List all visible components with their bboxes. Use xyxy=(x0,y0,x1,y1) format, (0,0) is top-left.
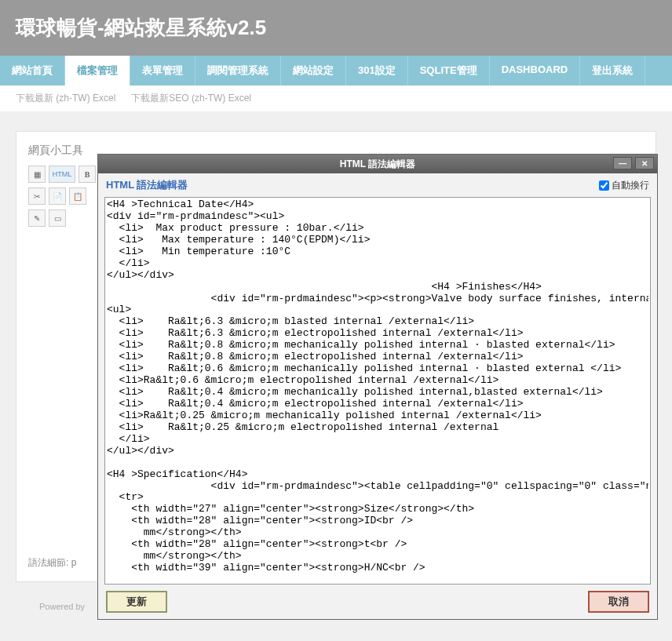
main-nav: 網站首頁 檔案管理 表單管理 調閱管理系統 網站設定 301設定 SQLITE管… xyxy=(0,56,672,86)
minimize-button[interactable]: — xyxy=(613,157,632,169)
nav-home[interactable]: 網站首頁 xyxy=(0,56,65,86)
subnav-download-seo-excel[interactable]: 下載最新SEO (zh-TW) Excel xyxy=(131,92,251,105)
close-button[interactable]: ✕ xyxy=(635,157,654,169)
edit-icon[interactable]: ✎ xyxy=(28,209,46,227)
copy-icon[interactable]: 📄 xyxy=(49,188,66,205)
html-editor-dialog: HTML 語法編輯器 — ✕ HTML 語法編輯器 自動換行 更新 取消 xyxy=(97,154,658,620)
dialog-subheader: HTML 語法編輯器 自動換行 xyxy=(98,173,657,197)
app-title: 環球暢貨-網站救星系統v2.5 xyxy=(16,14,656,42)
nav-query-manage[interactable]: 調閱管理系統 xyxy=(195,56,281,86)
dialog-subtitle: HTML 語法編輯器 xyxy=(106,178,188,192)
auto-wrap-label: 自動換行 xyxy=(612,179,649,192)
app-header: 環球暢貨-網站救星系統v2.5 xyxy=(0,0,672,56)
subnav-download-excel[interactable]: 下載最新 (zh-TW) Excel xyxy=(16,92,115,105)
dialog-footer: 更新 取消 xyxy=(98,585,657,619)
item-icon[interactable]: ▭ xyxy=(49,209,66,227)
nav-site-settings[interactable]: 網站設定 xyxy=(281,56,346,86)
nav-dashboard[interactable]: DASHBOARD xyxy=(490,56,581,86)
sub-nav: 下載最新 (zh-TW) Excel 下載最新SEO (zh-TW) Excel xyxy=(0,86,672,111)
nav-file-manage[interactable]: 檔案管理 xyxy=(65,56,130,86)
nav-sqlite-manage[interactable]: SQLITE管理 xyxy=(408,56,490,86)
source-icon[interactable]: ▦ xyxy=(28,166,46,183)
paste-icon[interactable]: 📋 xyxy=(69,188,86,205)
nav-logout[interactable]: 登出系統 xyxy=(580,56,645,86)
nav-301-settings[interactable]: 301設定 xyxy=(346,56,408,86)
auto-wrap-control[interactable]: 自動換行 xyxy=(599,179,649,192)
dialog-title-text: HTML 語法編輯器 xyxy=(340,158,415,171)
bold-button[interactable]: B xyxy=(79,166,96,183)
dialog-titlebar[interactable]: HTML 語法編輯器 — ✕ xyxy=(98,155,657,173)
auto-wrap-checkbox[interactable] xyxy=(599,180,609,191)
html-source-textarea[interactable] xyxy=(107,199,648,582)
nav-form-manage[interactable]: 表單管理 xyxy=(130,56,195,86)
update-button[interactable]: 更新 xyxy=(106,591,167,613)
editor-container xyxy=(104,197,651,585)
html-mode-button[interactable]: HTML xyxy=(49,166,75,183)
cut-icon[interactable]: ✂ xyxy=(28,188,46,205)
cancel-button[interactable]: 取消 xyxy=(588,591,649,613)
